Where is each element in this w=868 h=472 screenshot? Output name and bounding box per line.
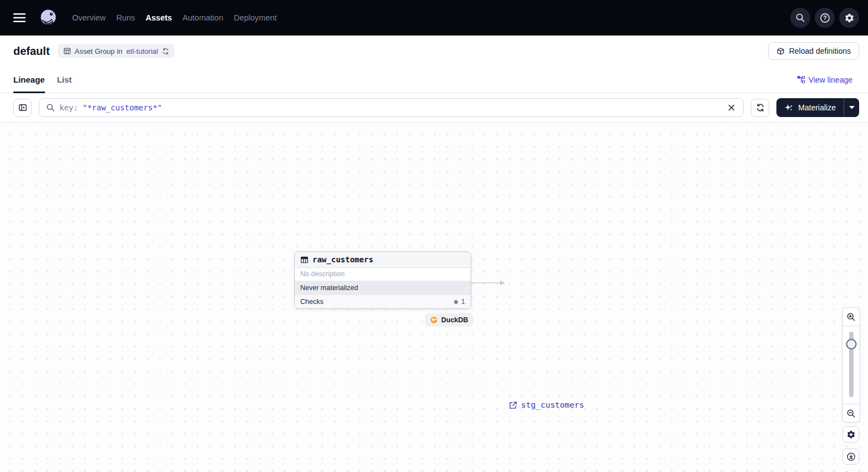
- zoom-slider[interactable]: [842, 326, 860, 404]
- zoom-in-button[interactable]: [842, 308, 860, 326]
- external-link-icon: [509, 401, 517, 409]
- hamburger-icon: [13, 13, 26, 23]
- checks-dot-icon: [454, 300, 458, 304]
- asset-node-header: raw_customers: [295, 252, 471, 268]
- asset-name: raw_customers: [312, 255, 374, 264]
- checks-label: Checks: [300, 298, 324, 306]
- sync-icon[interactable]: [162, 48, 169, 55]
- filter-value: "*raw_customers*": [83, 103, 162, 112]
- recenter-icon: [846, 452, 856, 461]
- asset-group-icon: [63, 47, 71, 55]
- zoom-out-button[interactable]: [842, 404, 860, 422]
- page-title: default: [13, 45, 50, 58]
- asset-node-raw-customers[interactable]: raw_customers No description Never mater…: [294, 251, 471, 309]
- reload-definitions-button[interactable]: Reload definitions: [768, 42, 859, 60]
- lineage-icon: [797, 75, 805, 84]
- graph-settings-button[interactable]: [842, 426, 859, 443]
- collapse-panel-button[interactable]: [13, 99, 32, 117]
- view-lineage-link[interactable]: View lineage: [797, 75, 852, 84]
- global-search-button[interactable]: [790, 8, 810, 28]
- hamburger-menu-button[interactable]: [13, 11, 27, 24]
- lineage-edge: [471, 279, 506, 287]
- close-icon: [728, 104, 735, 111]
- refresh-button[interactable]: [751, 99, 769, 117]
- help-button[interactable]: ?: [815, 8, 835, 28]
- panel-toggle-icon: [18, 103, 27, 112]
- reload-definitions-label: Reload definitions: [789, 47, 851, 55]
- materialize-label: Materialize: [798, 103, 836, 112]
- table-icon: [300, 256, 309, 264]
- asset-checks-row[interactable]: Checks 1: [295, 295, 471, 308]
- settings-icon: [846, 430, 856, 439]
- materialize-split-button: Materialize: [776, 98, 859, 117]
- asset-group-badge: Asset Group in etl-tutorial: [58, 44, 175, 58]
- zoom-slider-knob[interactable]: [846, 339, 856, 349]
- recenter-button[interactable]: [842, 448, 859, 465]
- refresh-icon: [756, 103, 765, 112]
- lineage-toolbar: key:"*raw_customers*" Materialize: [0, 93, 868, 122]
- search-icon: [795, 13, 805, 23]
- filter-key-prefix: key:: [59, 103, 78, 112]
- dagster-logo-icon: [39, 8, 58, 27]
- nav-item-overview[interactable]: Overview: [72, 13, 105, 22]
- nav-item-runs[interactable]: Runs: [116, 13, 135, 22]
- materialize-options-button[interactable]: [844, 98, 859, 117]
- zoom-controls: [842, 307, 860, 423]
- tab-list[interactable]: List: [57, 67, 72, 93]
- user-settings-button[interactable]: [839, 8, 859, 28]
- lineage-canvas[interactable]: raw_customers No description Never mater…: [0, 122, 868, 472]
- zoom-in-icon: [846, 312, 856, 322]
- code-location-icon: [776, 47, 785, 55]
- tabs-row: Lineage List View lineage: [0, 67, 868, 93]
- clear-filter-button[interactable]: [726, 103, 736, 113]
- kind-tag-label: DuckDB: [441, 316, 468, 324]
- nav-links: Overview Runs Assets Automation Deployme…: [72, 13, 277, 22]
- settings-icon: [844, 13, 855, 23]
- page-header: default Asset Group in etl-tutorial Relo…: [0, 35, 868, 67]
- dagster-logo[interactable]: [39, 8, 58, 27]
- help-icon: ?: [820, 13, 830, 23]
- search-icon: [46, 103, 55, 112]
- nav-right-actions: ?: [790, 8, 859, 28]
- sparkles-icon: [784, 103, 794, 113]
- badge-text: Asset Group in: [75, 47, 123, 55]
- downstream-asset-link[interactable]: stg_customers: [509, 398, 584, 412]
- duckdb-icon: [430, 316, 438, 324]
- asset-filter-input[interactable]: key:"*raw_customers*": [39, 98, 744, 117]
- caret-down-icon: [849, 106, 855, 109]
- nav-item-automation[interactable]: Automation: [183, 13, 223, 22]
- checks-count: 1: [461, 298, 465, 306]
- code-location-link[interactable]: etl-tutorial: [127, 47, 158, 55]
- materialize-button[interactable]: Materialize: [776, 98, 844, 117]
- kind-tag-duckdb[interactable]: DuckDB: [425, 313, 473, 327]
- asset-description: No description: [295, 268, 471, 281]
- zoom-out-icon: [846, 409, 856, 418]
- nav-item-assets[interactable]: Assets: [145, 13, 172, 22]
- nav-item-deployment[interactable]: Deployment: [234, 13, 276, 22]
- top-nav: Overview Runs Assets Automation Deployme…: [0, 0, 868, 35]
- tab-lineage[interactable]: Lineage: [13, 67, 45, 93]
- asset-status: Never materialized: [295, 281, 471, 295]
- downstream-asset-label: stg_customers: [521, 400, 584, 409]
- view-lineage-label: View lineage: [809, 75, 852, 84]
- svg-text:?: ?: [823, 14, 826, 21]
